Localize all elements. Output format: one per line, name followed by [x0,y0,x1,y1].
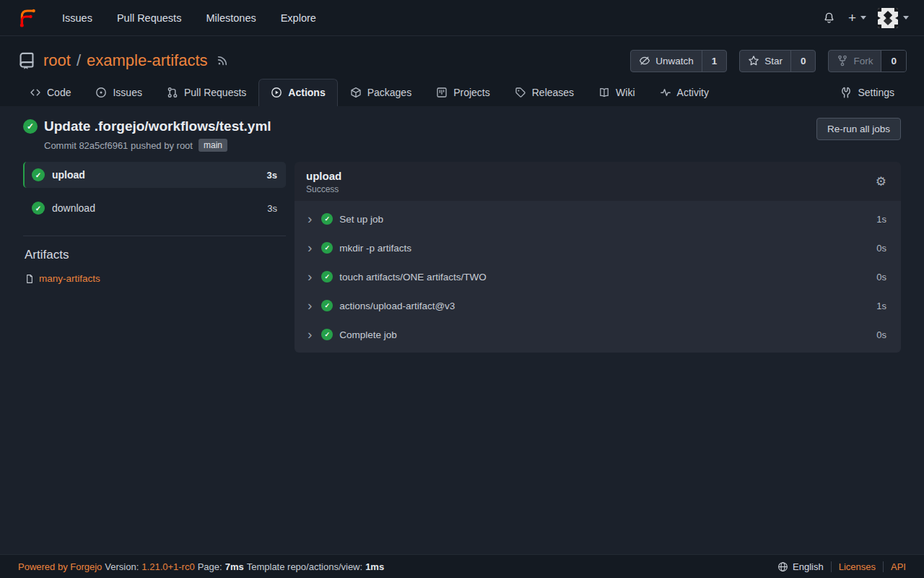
tab-packages[interactable]: Packages [338,79,424,106]
success-check-icon: ✓ [23,119,38,134]
artifact-name: many-artifacts [39,273,100,284]
footer-right: English Licenses API [777,561,906,572]
globe-icon [777,561,788,572]
user-menu[interactable] [878,8,909,28]
success-check-icon: ✓ [321,329,333,340]
repo-action-buttons: Unwatch 1 Star 0 [630,50,907,72]
watchers-count[interactable]: 1 [702,51,727,72]
pulse-icon [660,87,671,98]
step-name: Complete job [339,329,397,340]
footer-left: Powered by Forgejo Version: 1.21.0+1-rc0… [18,561,384,572]
page-time-label: Page: [198,561,222,572]
tools-icon [840,87,852,98]
rerun-all-jobs-button[interactable]: Re-run all jobs [816,118,901,140]
eye-slash-icon [639,55,650,66]
step-row-complete-job[interactable]: › ✓ Complete job 0s [295,320,901,349]
fork-button[interactable]: Fork [829,51,881,72]
fork-label: Fork [853,56,873,66]
page-time-value: 7ms [225,561,244,572]
template-time-value: 1ms [365,561,384,572]
stars-count[interactable]: 0 [790,51,816,72]
star-button[interactable]: Star [740,51,790,72]
repo-name-link[interactable]: example-artifacts [87,51,208,70]
tab-issues[interactable]: Issues [83,79,154,106]
job-item-download[interactable]: ✓ download 3s [23,195,286,221]
run-columns: ✓ upload 3s ✓ download 3s Artifacts many… [23,162,901,353]
fork-button-group: Fork 0 [828,50,907,72]
powered-by-forgejo-link[interactable]: Powered by Forgejo [18,561,102,572]
tab-releases[interactable]: Releases [502,79,586,106]
forgejo-logo-icon[interactable] [15,7,38,30]
language-label: English [793,561,824,572]
tab-label: Projects [453,87,490,98]
tab-label: Issues [113,87,141,98]
nav-link-milestones[interactable]: Milestones [193,12,268,24]
unwatch-button[interactable]: Unwatch [631,51,702,72]
success-check-icon: ✓ [32,168,45,181]
tab-code[interactable]: Code [17,79,83,106]
actions-run-view: ✓ Update .forgejo/workflows/test.yml Com… [0,106,924,353]
language-selector[interactable]: English [777,561,824,572]
step-row-touch[interactable]: › ✓ touch artifacts/ONE artifacts/TWO 0s [295,262,901,291]
job-detail-header: upload Success ⚙ [295,162,901,201]
file-icon [25,274,35,284]
run-header: ✓ Update .forgejo/workflows/test.yml Com… [23,118,901,152]
book-open-icon [598,87,610,98]
branch-badge[interactable]: main [199,139,227,152]
repo-path-separator: / [77,51,81,70]
step-name: Set up job [339,214,383,225]
star-button-group: Star 0 [739,50,816,72]
repo-tabs: Code Issues Pull Requests Actions Packag… [17,79,907,106]
step-row-mkdir[interactable]: › ✓ mkdir -p artifacts 0s [295,233,901,262]
artifact-link-many-artifacts[interactable]: many-artifacts [25,273,100,284]
success-check-icon: ✓ [321,271,333,282]
step-duration: 0s [876,329,886,340]
chevron-down-icon [860,16,866,20]
chevron-right-icon: › [308,300,312,311]
tab-settings[interactable]: Settings [828,79,907,106]
commit-line: Commit 82a5cf6961 pushed by root main [44,139,271,152]
tab-label: Packages [367,87,411,98]
run-title-block: ✓ Update .forgejo/workflows/test.yml Com… [23,118,271,152]
job-name: upload [52,169,85,181]
api-link[interactable]: API [891,561,906,572]
version-link[interactable]: 1.21.0+1-rc0 [141,561,194,572]
tab-label: Wiki [616,87,635,98]
step-name: touch artifacts/ONE artifacts/TWO [339,272,486,282]
tab-label: Activity [677,87,709,98]
tab-activity[interactable]: Activity [648,79,721,106]
jobs-sidebar: ✓ upload 3s ✓ download 3s Artifacts many… [23,162,286,353]
step-duration: 1s [876,214,886,225]
nav-link-issues[interactable]: Issues [50,12,105,24]
tag-icon [515,87,526,98]
nav-link-pull-requests[interactable]: Pull Requests [105,12,193,24]
tab-label: Settings [858,87,894,98]
gear-icon[interactable]: ⚙ [876,176,889,188]
create-new-button[interactable]: + [848,11,866,25]
step-row-set-up-job[interactable]: › ✓ Set up job 1s [295,204,901,233]
job-item-upload[interactable]: ✓ upload 3s [23,162,286,188]
step-row-upload-artifact[interactable]: › ✓ actions/upload-artifact@v3 1s [295,291,901,320]
forks-count[interactable]: 0 [881,51,906,72]
licenses-link[interactable]: Licenses [839,561,876,572]
chevron-right-icon: › [308,271,312,282]
repo-owner-link[interactable]: root [43,51,71,70]
tab-projects[interactable]: Projects [424,79,502,106]
job-name: download [52,202,95,214]
notifications-bell-icon[interactable] [821,10,837,25]
repo-book-icon [17,51,36,70]
steps-list: › ✓ Set up job 1s › ✓ mkdir -p artifacts… [295,201,901,353]
success-check-icon: ✓ [321,242,333,254]
footer-divider [831,561,832,572]
tab-wiki[interactable]: Wiki [586,79,647,106]
job-detail-title-block: upload Success [306,169,341,194]
chevron-down-icon [903,16,909,20]
tab-pull-requests[interactable]: Pull Requests [154,79,258,106]
commit-text: Commit 82a5cf6961 pushed by root [44,140,193,151]
code-icon [30,87,41,98]
step-duration: 0s [876,272,886,282]
rss-icon[interactable] [217,55,228,66]
nav-link-explore[interactable]: Explore [269,12,328,24]
tab-actions[interactable]: Actions [258,79,337,106]
step-name: actions/upload-artifact@v3 [339,301,455,311]
